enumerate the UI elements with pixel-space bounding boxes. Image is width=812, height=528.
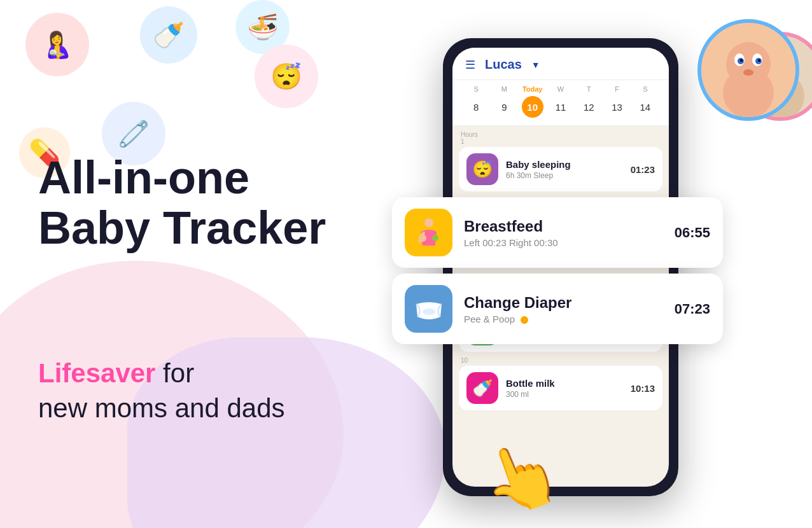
- diaper-card-content: Change Diaper Pee & Poop: [464, 294, 663, 324]
- breastfeed-card-detail: Left 00:23 Right 00:30: [464, 237, 663, 248]
- dropdown-arrow[interactable]: ▼: [531, 60, 540, 70]
- diaper-svg: [410, 290, 448, 328]
- hours-label: Hours1: [459, 131, 662, 145]
- bottle-icon-box: 🍼: [466, 372, 498, 404]
- calendar-row: S M Today W T F S 8 9 10 11 12 13 14: [452, 80, 669, 126]
- svg-point-20: [424, 218, 433, 227]
- phone-header: ☰ Lucas ▼: [452, 48, 669, 80]
- left-section: 🤱 🍼 🍜 😴 🧷 💊 All-in-one Baby Tracker Life…: [25, 0, 420, 528]
- bottle-row-wrapper: 10 🍼 Bottle milk 300 ml 10:13: [459, 357, 662, 410]
- timeline-item-bottle[interactable]: 🍼 Bottle milk 300 ml 10:13: [459, 366, 662, 410]
- bottle-content: Bottle milk 300 ml: [506, 378, 623, 399]
- bottle-icon: 🍼: [140, 6, 197, 64]
- sleeping-row-wrapper: Hours1 😴 Baby sleeping 6h 30m Sleep 01:2…: [459, 131, 662, 191]
- date-8[interactable]: 8: [465, 96, 487, 118]
- user-name: Lucas: [485, 57, 522, 72]
- card-breastfeed[interactable]: Breastfeed Left 00:23 Right 00:30 06:55: [392, 197, 723, 268]
- sleeping-icon: 😴: [255, 45, 318, 108]
- subtitle: Lifesaver fornew moms and dads: [38, 356, 285, 426]
- breastfeed-card-icon: [405, 209, 452, 256]
- diaper-card-title: Change Diaper: [464, 294, 663, 312]
- svg-point-22: [432, 235, 438, 241]
- diaper-card-time: 07:23: [675, 301, 710, 317]
- bottle-time: 10:13: [631, 383, 655, 394]
- hamburger-icon[interactable]: ☰: [465, 58, 475, 72]
- svg-point-7: [740, 59, 743, 62]
- timeline-item-sleeping[interactable]: 😴 Baby sleeping 6h 30m Sleep 01:23: [459, 147, 662, 191]
- title-line2: Baby Tracker: [38, 203, 326, 253]
- diaper-card-detail: Pee & Poop: [464, 314, 663, 324]
- title-line1: All-in-one: [38, 153, 326, 203]
- bottle-detail: 300 ml: [506, 390, 623, 399]
- date-11[interactable]: 11: [550, 96, 571, 118]
- date-10-today[interactable]: 10: [522, 96, 543, 118]
- right-section: ☰ Lucas ▼ S M Today W T F S 8 9 10: [367, 0, 812, 528]
- sleeping-content: Baby sleeping 6h 30m Sleep: [506, 159, 623, 180]
- calendar-dates: 8 9 10 11 12 13 14: [462, 96, 659, 118]
- baby-photo-blue: [697, 19, 799, 121]
- sleeping-detail: 6h 30m Sleep: [506, 171, 623, 180]
- day-today-label: Today: [522, 85, 543, 93]
- subtitle-highlight: Lifesaver: [38, 358, 155, 388]
- svg-point-9: [743, 69, 753, 76]
- svg-point-8: [758, 59, 760, 62]
- date-9[interactable]: 9: [493, 96, 515, 118]
- diaper-card-icon: [405, 285, 452, 333]
- day-f: F: [606, 85, 628, 93]
- breastfeed-card-time: 06:55: [675, 225, 710, 241]
- calendar-days-header: S M Today W T F S: [462, 85, 659, 93]
- breastfeed-svg: [410, 214, 448, 252]
- day-s2: S: [634, 85, 656, 93]
- card-diaper[interactable]: Change Diaper Pee & Poop 07:23: [392, 274, 723, 344]
- svg-point-24: [423, 309, 435, 315]
- date-13[interactable]: 13: [606, 96, 628, 118]
- day-t: T: [578, 85, 599, 93]
- date-12[interactable]: 12: [578, 96, 599, 118]
- day-w: W: [550, 85, 571, 93]
- pee-poop-dot: [521, 316, 528, 324]
- day-s1: S: [465, 85, 487, 93]
- date-14[interactable]: 14: [634, 96, 656, 118]
- main-title: All-in-one Baby Tracker: [38, 153, 326, 253]
- sleeping-icon-box: 😴: [466, 153, 498, 185]
- breastfeed-card-title: Breastfeed: [464, 218, 663, 235]
- day-m: M: [493, 85, 515, 93]
- sleeping-title: Baby sleeping: [506, 159, 623, 170]
- baby-face-svg: [701, 23, 795, 117]
- breastfeed-card-content: Breastfeed Left 00:23 Right 00:30: [464, 218, 663, 248]
- sleeping-time: 01:23: [631, 164, 655, 175]
- bottle-title: Bottle milk: [506, 378, 623, 389]
- breastfeed-icon: 🤱: [25, 13, 89, 76]
- hours-label-10: 10: [459, 357, 662, 364]
